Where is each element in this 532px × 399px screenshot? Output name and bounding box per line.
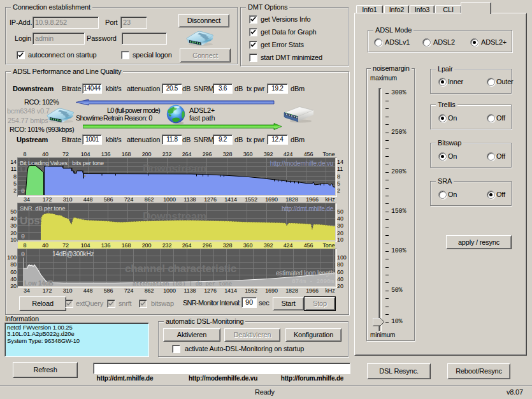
svg-text:874m - 2090m: 874m - 2090m: [292, 278, 334, 285]
svg-text:0: 0: [21, 188, 25, 195]
svg-text:http://dmt.mhilfe.de: http://dmt.mhilfe.de: [282, 205, 334, 212]
svg-text:attenuation (DS) | dB per tone: attenuation (DS) | dB per tone: [133, 281, 232, 286]
svg-text:estimated loop length: estimated loop length: [276, 270, 334, 277]
svg-text:0: 0: [21, 251, 25, 258]
svg-text:0: 0: [21, 233, 25, 240]
svg-text:Downstream: Downstream: [143, 163, 206, 175]
svg-text:Bit Loading Values bits per: Bit Loading Values bits per tone: [20, 159, 104, 166]
svg-text:channel characteristic: channel characteristic: [125, 263, 236, 275]
svg-text:Low 14dB: Low 14dB: [24, 280, 54, 286]
svg-text:14dB@300kHz: 14dB@300kHz: [52, 250, 94, 258]
svg-text:http://modemhilfe.de.vu: http://modemhilfe.de.vu: [270, 160, 333, 167]
svg-text:SNR dB per tone: SNR dB per tone: [20, 205, 65, 212]
